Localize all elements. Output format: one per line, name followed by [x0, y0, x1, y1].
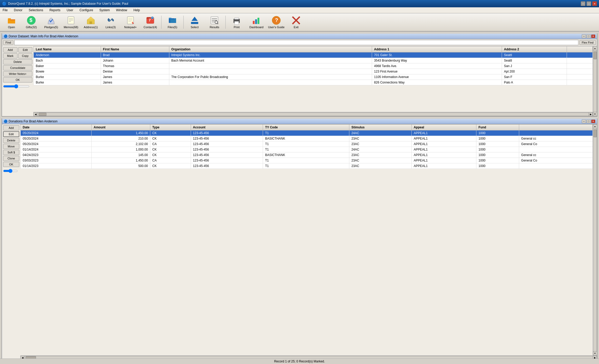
- hscroll-left-btn[interactable]: ◀: [33, 112, 38, 116]
- donation-table-row[interactable]: 05/20/20242,102.00CA123-45-456T123ACAPPE…: [21, 141, 593, 147]
- toolbar-btn-gifts[interactable]: $Gifts(32): [22, 14, 41, 30]
- menu-item-configure[interactable]: Configure: [78, 8, 95, 13]
- donor-table-row[interactable]: AndersonBradIntrepid Systems Inc.701 Gal…: [34, 52, 593, 58]
- print-icon: [232, 16, 241, 25]
- svg-rect-37: [235, 18, 239, 19]
- donor-ok-button[interactable]: OK: [3, 77, 32, 82]
- mark-copy-row: Mark Copy: [3, 53, 32, 58]
- title-bar: 🔵 DonorQuest 7.8.2, (c) Intrepid Systems…: [0, 0, 599, 7]
- toolbar-btn-contact[interactable]: 7Contact(4): [141, 14, 160, 30]
- vscroll-down-btn[interactable]: ▼: [593, 112, 597, 116]
- donations-vscroll-up-btn[interactable]: ▲: [593, 124, 597, 128]
- main-content: 🔵 Donor Dataset: Main Info For Brad Alle…: [0, 32, 599, 362]
- vscroll-up-btn[interactable]: ▲: [593, 46, 597, 50]
- gifts-icon: $: [27, 16, 36, 25]
- flex-find-button[interactable]: Flex Find: [579, 40, 596, 45]
- donor-consolidate-button[interactable]: Consolidate: [3, 65, 32, 70]
- donations-panel-close[interactable]: ✕: [591, 120, 595, 123]
- donation-table-row[interactable]: 01/14/20241,000.00CK123-45-456T124ACAPPE…: [21, 147, 593, 152]
- donor-panel-maximize[interactable]: □: [586, 34, 591, 38]
- find-input[interactable]: [14, 40, 578, 45]
- donations-vscroll-down-btn[interactable]: ▼: [593, 351, 597, 355]
- exit-label: Exit: [294, 26, 298, 29]
- donations-panel-minimize[interactable]: ─: [582, 120, 586, 123]
- contact-icon: 7: [146, 16, 155, 25]
- menu-item-help[interactable]: Help: [132, 8, 142, 13]
- donor-table-row[interactable]: BowieDenise123 First AvenueApt 200: [34, 69, 593, 74]
- donation-table-row[interactable]: 05/20/20241,450.00CK123-45-456T124ACAPPE…: [21, 130, 593, 136]
- toolbar-btn-files[interactable]: Files(5): [163, 14, 182, 30]
- svg-point-22: [151, 16, 154, 19]
- donation-table-row[interactable]: 03/03/20231,450.00CA123-45-456T123ACAPPE…: [21, 158, 593, 163]
- donation-table-row[interactable]: 01/14/2023500.00CK123-45-456T123ACAPPEAL…: [21, 163, 593, 169]
- donations-add-button[interactable]: Add: [3, 125, 19, 130]
- menu-item-selections[interactable]: Selections: [27, 8, 45, 13]
- donor-table-row[interactable]: BachJohannBach Memorial Account3543 Bran…: [34, 58, 593, 63]
- menu-item-system[interactable]: System: [98, 8, 111, 13]
- toolbar-separator-9: [183, 16, 184, 29]
- menu-item-reports[interactable]: Reports: [48, 8, 62, 13]
- donor-edit-button[interactable]: Edit: [18, 47, 33, 52]
- address-icon: [86, 16, 95, 25]
- svg-rect-40: [255, 19, 257, 24]
- toolbar: Open$Gifts(32)Pledges(5)Memos(68)Address…: [0, 13, 599, 32]
- hscroll-right-btn[interactable]: ▶: [589, 112, 593, 116]
- col-type: Type: [150, 124, 191, 130]
- donor-mark-button[interactable]: Mark: [3, 53, 17, 58]
- donor-panel-minimize[interactable]: ─: [582, 34, 586, 38]
- toolbar-btn-links[interactable]: Links(3): [101, 14, 120, 30]
- menu-item-file[interactable]: File: [1, 8, 9, 13]
- donations-panel-title: Donations For Brad Allen Anderson: [9, 120, 57, 123]
- close-button[interactable]: ✕: [592, 1, 597, 6]
- pledges-icon: [46, 16, 56, 25]
- donations-soft-button[interactable]: Soft $: [3, 150, 19, 155]
- donor-table-row[interactable]: BurkeJamesThe Corporation For Public Bro…: [34, 74, 593, 80]
- donation-table-row[interactable]: 04/24/2023145.00CK123-45-456BASICTHANK23…: [21, 152, 593, 158]
- toolbar-btn-pledges[interactable]: Pledges(5): [42, 14, 61, 30]
- toolbar-btn-results[interactable]: Results: [205, 14, 224, 30]
- donations-vscroll-thumb[interactable]: [594, 129, 597, 137]
- menu-item-user[interactable]: User: [65, 8, 75, 13]
- donor-table-row[interactable]: BurkeJames826 Connections WayPalo A: [34, 80, 593, 85]
- minimize-button[interactable]: ─: [581, 1, 585, 6]
- toolbar-btn-print[interactable]: Print: [227, 14, 246, 30]
- hscroll-thumb[interactable]: [39, 113, 46, 116]
- donations-table-wrapper[interactable]: Date Amount Type Account TY Code Stimulu…: [20, 124, 593, 355]
- toolbar-btn-select[interactable]: Select: [185, 14, 204, 30]
- donations-slider[interactable]: [3, 169, 18, 173]
- donor-table-body: AndersonBradIntrepid Systems Inc.701 Gal…: [34, 52, 593, 85]
- donations-move-button[interactable]: Move: [3, 144, 19, 149]
- toolbar-btn-dashboard[interactable]: Dashboard: [247, 14, 266, 30]
- donations-ok-button[interactable]: OK: [3, 162, 19, 167]
- donor-copy-button[interactable]: Copy: [18, 53, 33, 58]
- donor-hscrollbar[interactable]: ◀ ▶: [33, 112, 593, 116]
- donor-slider[interactable]: [3, 84, 29, 88]
- toolbar-btn-notepad[interactable]: Notepad+: [121, 14, 140, 30]
- donation-table-row[interactable]: 05/20/2024210.00CK123-45-456BASICTHANK23…: [21, 136, 593, 141]
- donor-writer-notes-button[interactable]: Writer Notes+: [3, 71, 32, 76]
- toolbar-btn-memos[interactable]: Memos(68): [62, 14, 80, 30]
- donor-panel-close[interactable]: ✕: [591, 34, 595, 38]
- donations-clone-button[interactable]: Clone: [3, 156, 19, 161]
- donations-delete-button[interactable]: Delete: [3, 138, 19, 143]
- donor-delete-button[interactable]: Delete: [3, 59, 32, 64]
- menu-item-donor[interactable]: Donor: [12, 8, 24, 13]
- donations-edit-button[interactable]: Edit: [3, 131, 19, 137]
- toolbar-btn-guide[interactable]: ?User's Guide: [267, 14, 286, 30]
- menu-item-window[interactable]: Window: [115, 8, 129, 13]
- maximize-button[interactable]: □: [586, 1, 591, 6]
- vscroll-thumb[interactable]: [594, 51, 597, 59]
- find-button[interactable]: Find: [3, 40, 13, 45]
- menu-bar: FileDonorSelectionsReportsUserConfigureS…: [0, 7, 599, 13]
- donor-action-buttons: Add Edit Mark Copy Delete Consolidate Wr…: [2, 46, 33, 116]
- toolbar-btn-open[interactable]: Open: [2, 14, 21, 30]
- donor-table-row[interactable]: BakerThomas4968 Tardis Ave.San J: [34, 63, 593, 69]
- vscroll-track: [593, 50, 597, 112]
- toolbar-btn-exit[interactable]: Exit: [287, 14, 306, 30]
- select-label: Select: [191, 26, 199, 29]
- hscroll-track: [38, 112, 589, 116]
- toolbar-btn-address[interactable]: Address(1): [81, 14, 100, 30]
- donations-panel-maximize[interactable]: □: [586, 120, 591, 123]
- donor-add-button[interactable]: Add: [3, 47, 17, 52]
- svg-marker-11: [88, 17, 94, 19]
